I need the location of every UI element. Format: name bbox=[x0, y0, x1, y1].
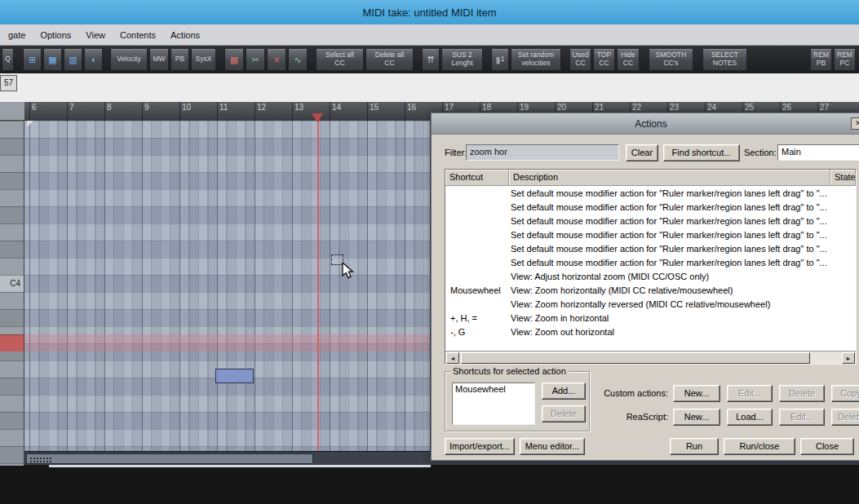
action-row[interactable]: -, GView: Zoom out horizontal bbox=[445, 325, 856, 338]
run-close-button[interactable]: Run/close bbox=[724, 438, 795, 455]
sysx-button[interactable]: SysX bbox=[191, 49, 216, 71]
rem-pb-button[interactable]: REM PB bbox=[810, 49, 832, 71]
piano-key-c4[interactable]: C4 bbox=[0, 275, 24, 292]
playhead-marker[interactable] bbox=[312, 113, 323, 122]
mouse-cursor bbox=[331, 254, 361, 285]
cc-grid-icon-button[interactable]: ⊞ bbox=[23, 49, 42, 71]
window-title: MIDI take: untitled MIDI item bbox=[363, 7, 497, 19]
action-description-cell: View: Zoom horizontally (MIDI CC relativ… bbox=[509, 285, 856, 295]
custom-action-new-button[interactable]: New... bbox=[673, 385, 720, 402]
action-row[interactable]: Set default mouse modifier action for "R… bbox=[445, 255, 856, 269]
action-row[interactable]: Set default mouse modifier action for "R… bbox=[445, 214, 856, 228]
section-select[interactable]: Main ▼ bbox=[777, 144, 859, 161]
window-titlebar[interactable]: MIDI take: untitled MIDI item bbox=[0, 0, 859, 24]
nudge-up-icon-button[interactable]: ⇈ bbox=[422, 49, 440, 71]
list-hscrollbar[interactable]: ◄ ► bbox=[445, 351, 856, 364]
menu-item-view[interactable]: View bbox=[78, 30, 113, 40]
list-hscroll-thumb[interactable] bbox=[461, 352, 810, 364]
section-value: Main bbox=[782, 147, 801, 157]
shortcut-listbox[interactable]: Mousewheel bbox=[452, 382, 535, 425]
action-row[interactable]: Set default mouse modifier action for "R… bbox=[445, 241, 856, 255]
menu-item-gate[interactable]: gate bbox=[1, 30, 33, 40]
reascript-new-button[interactable]: New... bbox=[673, 409, 720, 426]
menu-item-contents[interactable]: Contents bbox=[113, 30, 163, 40]
reascript-load-button[interactable]: Load... bbox=[727, 409, 773, 426]
quantize-q-button-label: Q bbox=[5, 55, 11, 64]
action-list-body: Set default mouse modifier action for "R… bbox=[445, 186, 856, 351]
shortcut-list-item[interactable]: Mousewheel bbox=[453, 383, 534, 395]
piano-key-highlighted[interactable] bbox=[0, 334, 24, 351]
velocity-button[interactable]: Velocity bbox=[110, 49, 148, 71]
reascript-edit-button[interactable]: Edit... bbox=[779, 409, 825, 426]
set-random-velocities-button-label: Set random velocities bbox=[518, 51, 554, 67]
menu-item-actions[interactable]: Actions bbox=[163, 30, 207, 40]
named-notes-icon-button[interactable]: ▥ bbox=[64, 49, 82, 71]
close-button[interactable]: Close bbox=[800, 438, 854, 455]
action-row[interactable]: View: Adjust horizontal zoom (MIDI CC/OS… bbox=[445, 269, 856, 283]
midi-note[interactable] bbox=[215, 369, 254, 383]
pb-button[interactable]: PB bbox=[170, 49, 189, 71]
mw-button-label: MW bbox=[153, 55, 165, 64]
delete-all-cc-button[interactable]: Delete all CC bbox=[365, 49, 414, 71]
piano-keys[interactable] bbox=[0, 121, 24, 466]
top-cc-button[interactable]: TOP CC bbox=[593, 49, 615, 71]
sus2-length-button[interactable]: SUS 2 Lenght bbox=[441, 49, 483, 71]
action-row[interactable]: Set default mouse modifier action for "R… bbox=[445, 200, 856, 214]
select-notes-button[interactable]: SELECT NOTES bbox=[702, 49, 747, 71]
mw-button[interactable]: MW bbox=[149, 49, 169, 71]
action-row[interactable]: Set default mouse modifier action for "R… bbox=[445, 228, 856, 241]
cc-curve-icon-button[interactable]: ∿ bbox=[288, 49, 308, 71]
scroll-right-icon[interactable]: ► bbox=[842, 352, 855, 364]
reascript-delete-button[interactable]: Delete bbox=[831, 409, 859, 426]
quantize-q-button[interactable]: Q bbox=[2, 49, 14, 71]
find-shortcut-button[interactable]: Find shortcut... bbox=[663, 144, 740, 161]
action-row[interactable]: View: Zoom horizontally reversed (MIDI C… bbox=[445, 297, 856, 311]
ruler-number: 21 bbox=[595, 103, 604, 112]
action-row[interactable]: Set default mouse modifier action for "R… bbox=[445, 186, 856, 200]
dialog-titlebar[interactable]: Actions ✕ bbox=[432, 113, 859, 135]
dock-icon-button[interactable]: ◗ bbox=[84, 49, 103, 71]
used-cc-button[interactable]: Used CC bbox=[569, 49, 591, 71]
filter-input[interactable]: zoom hor bbox=[466, 144, 619, 161]
piano-roll-icon-button[interactable]: ▦ bbox=[43, 49, 62, 71]
rem-pc-button[interactable]: REM PC bbox=[834, 49, 856, 71]
ruler-number: 10 bbox=[182, 103, 191, 112]
custom-action-edit-button[interactable]: Edit... bbox=[727, 385, 773, 402]
action-description-cell: Set default mouse modifier action for "R… bbox=[509, 258, 856, 267]
menu-item-options[interactable]: Options bbox=[33, 30, 78, 40]
insert-one-button-label: 1 bbox=[501, 55, 505, 64]
smooth-ccs-button[interactable]: SMOOTH CC's bbox=[649, 49, 693, 71]
toolbar: Q⊞▦▥◗VelocityMWPBSysX▩✂✕∿Select all CCDe… bbox=[0, 46, 859, 73]
hide-cc-button[interactable]: Hide CC bbox=[617, 49, 640, 71]
action-row[interactable]: MousewheelView: Zoom horizontally (MIDI … bbox=[445, 283, 856, 297]
ruler-number: 14 bbox=[332, 103, 341, 112]
ruler-tick bbox=[330, 102, 330, 121]
ruler-number: 23 bbox=[670, 103, 679, 112]
run-button[interactable]: Run bbox=[670, 438, 719, 455]
action-list-header: Shortcut Description State bbox=[445, 170, 856, 186]
set-random-velocities-button[interactable]: Set random velocities bbox=[511, 49, 561, 71]
column-shortcut[interactable]: Shortcut bbox=[445, 170, 509, 186]
select-all-cc-button[interactable]: Select all CC bbox=[316, 49, 364, 71]
hscroll-thumb[interactable] bbox=[26, 453, 313, 464]
custom-action-copy-button[interactable]: Copy bbox=[831, 385, 859, 402]
grid-snap-icon-button[interactable]: ▩ bbox=[224, 49, 244, 71]
column-state[interactable]: State bbox=[830, 170, 856, 186]
insert-one-button[interactable]: ▮1 bbox=[491, 49, 509, 71]
clear-button[interactable]: Clear bbox=[626, 144, 658, 161]
import-export-button[interactable]: Import/export... bbox=[445, 438, 515, 455]
scroll-left-icon[interactable]: ◄ bbox=[446, 352, 459, 364]
column-description[interactable]: Description bbox=[509, 170, 830, 186]
delete-notes-icon-button[interactable]: ✕ bbox=[267, 49, 286, 71]
split-notes-icon-button[interactable]: ✂ bbox=[246, 49, 265, 71]
add-shortcut-button[interactable]: Add... bbox=[542, 382, 586, 400]
close-icon[interactable]: ✕ bbox=[851, 117, 859, 130]
sus2-length-button-label: SUS 2 Lenght bbox=[452, 51, 473, 67]
delete-shortcut-button[interactable]: Delete bbox=[542, 405, 586, 422]
custom-action-delete-button[interactable]: Delete bbox=[779, 385, 825, 402]
last-note-value-box: 57 bbox=[0, 75, 17, 91]
action-row[interactable]: +, H, =View: Zoom in horizontal bbox=[445, 311, 856, 325]
menu-editor-button[interactable]: Menu editor... bbox=[520, 438, 585, 455]
ruler-number: 27 bbox=[820, 103, 829, 112]
cc-lane[interactable] bbox=[0, 467, 859, 504]
